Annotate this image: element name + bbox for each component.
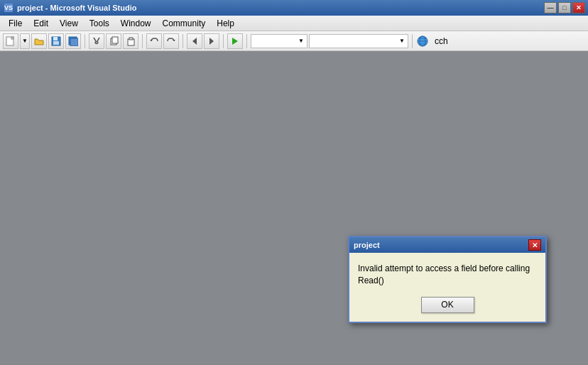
cch-label: cch [432,36,451,46]
svg-rect-9 [70,38,78,46]
maximize-button[interactable]: □ [558,2,571,13]
svg-marker-14 [150,40,153,41]
toolbar-btn-save-all[interactable] [65,33,81,49]
toolbar-btn-redo[interactable] [163,33,179,49]
app-icon: VS [3,2,14,13]
svg-rect-7 [53,41,59,45]
svg-marker-17 [209,38,214,45]
dialog-message: Invalid attempt to access a field before… [358,263,537,287]
toolbar-btn-new-dropdown[interactable]: ▼ [20,33,30,49]
dialog-content: Invalid attempt to access a field before… [349,253,545,322]
dialog-ok-button[interactable]: OK [421,297,474,313]
toolbar-config-dropdown[interactable]: ▼ [251,34,307,48]
menu-file[interactable]: File [3,17,28,30]
svg-marker-15 [173,40,175,41]
toolbar-btn-paste[interactable] [123,33,138,49]
workspace: project ✕ Invalid attempt to access a fi… [0,51,588,365]
toolbar-sep-1 [85,34,85,48]
toolbar-btn-undo[interactable] [146,33,162,49]
window-title: project - Microsoft Visual Studio [17,4,544,12]
svg-marker-18 [232,38,238,45]
menu-view[interactable]: View [54,17,84,30]
toolbar-sep-3 [183,34,183,48]
main-title-bar: VS project - Microsoft Visual Studio — □… [0,0,588,16]
svg-rect-11 [112,37,118,43]
close-button[interactable]: ✕ [572,2,585,13]
svg-rect-13 [129,38,133,40]
menu-window[interactable]: Window [115,17,157,30]
toolbar-btn-save[interactable] [48,33,64,49]
toolbar-btn-folder[interactable] [31,33,47,49]
svg-rect-6 [53,37,58,40]
svg-text:VS: VS [4,4,13,11]
menu-bar: File Edit View Tools Window Community He… [0,16,588,31]
toolbar-btn-nav-fwd[interactable] [204,33,219,49]
toolbar-btn-nav-back[interactable] [187,33,202,49]
menu-tools[interactable]: Tools [84,17,115,30]
toolbar-btn-copy[interactable] [106,33,121,49]
menu-edit[interactable]: Edit [28,17,54,30]
svg-marker-16 [192,38,197,45]
toolbar-btn-cut[interactable] [89,33,104,49]
window-controls: — □ ✕ [544,2,585,13]
platform-dropdown-arrow: ▼ [399,38,405,44]
dialog-overlay: project ✕ Invalid attempt to access a fi… [0,51,588,365]
dialog-title: project [354,241,528,249]
svg-rect-4 [11,37,13,39]
toolbar-btn-run[interactable] [227,33,243,49]
toolbar-sep-4 [223,34,224,48]
dialog-buttons: OK [358,297,537,313]
error-dialog: project ✕ Invalid attempt to access a fi… [348,236,547,323]
globe-icon [416,35,429,48]
toolbar-sep-5 [246,34,247,48]
minimize-button[interactable]: — [544,2,557,13]
toolbar-platform-dropdown[interactable]: ▼ [309,34,408,48]
toolbar-btn-new[interactable] [3,33,18,49]
dialog-title-bar: project ✕ [349,237,545,253]
menu-help[interactable]: Help [211,17,240,30]
toolbar-sep-6 [412,34,413,48]
dialog-close-button[interactable]: ✕ [528,239,541,251]
toolbar: ▼ ▼ ▼ [0,31,588,51]
toolbar-sep-2 [142,34,143,48]
menu-community[interactable]: Community [157,17,212,30]
config-dropdown-arrow: ▼ [298,38,304,44]
